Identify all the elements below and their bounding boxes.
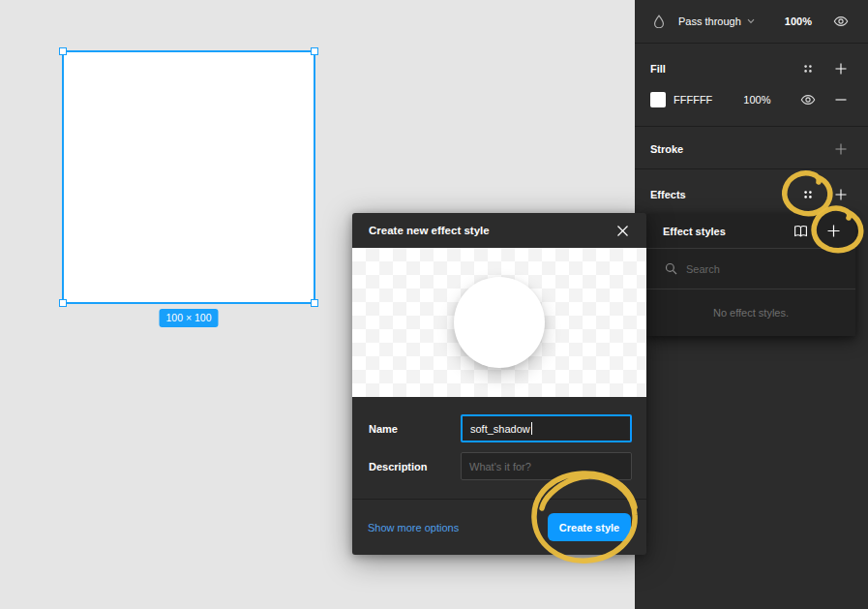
close-x-icon[interactable] — [613, 221, 632, 240]
fill-section-header: Fill — [635, 54, 868, 83]
add-stroke-plus-icon[interactable] — [832, 140, 850, 158]
dialog-form: Name soft_shadow Description What's it f… — [352, 397, 646, 499]
layer-opacity-value[interactable]: 100% — [785, 15, 812, 27]
magnifier-icon — [665, 262, 677, 275]
description-placeholder: What's it for? — [469, 461, 531, 472]
divider — [635, 126, 868, 127]
show-more-options-link[interactable]: Show more options — [368, 522, 459, 533]
fill-color-swatch[interactable] — [650, 92, 666, 107]
create-effect-style-dialog: Create new effect style Name soft_shadow… — [352, 213, 646, 555]
effect-preview-area — [352, 248, 646, 397]
four-dots-style-icon[interactable] — [799, 60, 817, 77]
dialog-footer: Show more options Create style — [352, 499, 646, 555]
blend-mode-row[interactable]: Pass through 100% — [635, 0, 868, 43]
name-field-row: Name soft_shadow — [369, 414, 632, 442]
create-style-plus-icon[interactable] — [824, 223, 842, 240]
fill-hex-value[interactable]: FFFFFF — [673, 94, 712, 106]
name-input-value: soft_shadow — [470, 423, 530, 435]
effect-styles-popup: Effect styles No effect styles. — [646, 214, 855, 336]
description-field-row: Description What's it for? — [369, 452, 632, 480]
resize-handle-bottom-left[interactable] — [59, 299, 67, 307]
selection-size-badge: 100 × 100 — [159, 309, 218, 327]
dialog-header[interactable]: Create new effect style — [352, 213, 646, 248]
create-style-button[interactable]: Create style — [548, 513, 631, 541]
description-input[interactable]: What's it for? — [461, 452, 632, 480]
resize-handle-top-left[interactable] — [59, 47, 67, 55]
droplet-icon — [650, 13, 668, 30]
name-field-label: Name — [369, 423, 461, 435]
effect-styles-popup-header: Effect styles — [646, 214, 855, 249]
chevron-down-icon — [747, 18, 755, 24]
stroke-section-title: Stroke — [650, 143, 683, 155]
fill-row[interactable]: FFFFFF 100% — [635, 86, 868, 113]
effect-styles-popup-title: Effect styles — [663, 226, 726, 237]
text-caret — [531, 422, 532, 435]
resize-handle-bottom-right[interactable] — [311, 299, 318, 307]
fill-opacity-value[interactable]: 100% — [743, 94, 770, 106]
blend-mode-select[interactable]: Pass through — [678, 15, 741, 27]
divider — [635, 168, 868, 169]
effect-styles-search-input[interactable] — [686, 263, 831, 275]
selected-rectangle[interactable]: 100 × 100 — [62, 50, 315, 304]
resize-handle-top-right[interactable] — [311, 47, 318, 55]
description-field-label: Description — [369, 461, 461, 472]
fill-section-title: Fill — [650, 63, 666, 75]
dialog-title: Create new effect style — [369, 225, 490, 236]
effects-section-title: Effects — [650, 189, 686, 200]
four-dots-style-icon[interactable] — [799, 186, 817, 203]
name-input[interactable]: soft_shadow — [461, 414, 632, 442]
effect-styles-search-row[interactable] — [646, 249, 855, 289]
open-book-library-icon[interactable] — [792, 223, 809, 240]
eye-icon[interactable] — [832, 13, 850, 30]
divider — [635, 43, 868, 44]
eye-icon[interactable] — [799, 91, 817, 108]
stroke-section-header: Stroke — [635, 135, 868, 164]
add-fill-plus-icon[interactable] — [832, 60, 850, 77]
add-effect-plus-icon[interactable] — [832, 186, 850, 203]
effects-section-header: Effects — [635, 180, 868, 209]
effect-styles-empty-state: No effect styles. — [646, 289, 855, 335]
remove-fill-minus-icon[interactable] — [832, 91, 850, 108]
effect-preview-circle — [454, 277, 545, 368]
